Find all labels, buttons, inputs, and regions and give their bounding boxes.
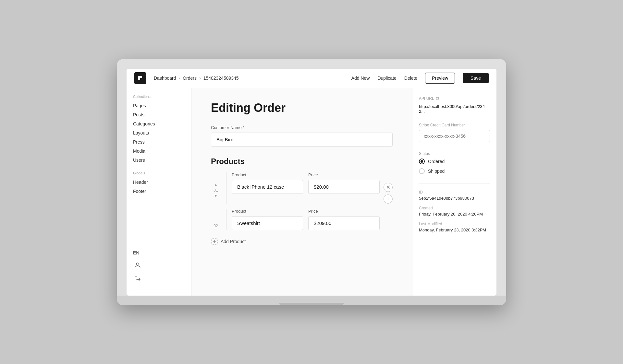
- sidebar-item-categories[interactable]: Categories: [127, 119, 191, 128]
- row-2-num: 02: [214, 219, 218, 228]
- sidebar-item-posts[interactable]: Posts: [127, 110, 191, 119]
- sidebar-item-press[interactable]: Press: [127, 137, 191, 147]
- created-value: Friday, February 20, 2020 4:20PM: [419, 212, 490, 217]
- ordered-label: Ordered: [428, 159, 445, 164]
- panel-divider-1: [419, 183, 490, 183]
- row-1-remove-btn[interactable]: ✕: [384, 183, 393, 192]
- row-2-product-label: Product: [232, 209, 303, 214]
- svg-point-0: [136, 263, 139, 265]
- content-area: Editing Order Customer Name * Products ▲…: [191, 88, 412, 296]
- customer-name-input[interactable]: [211, 133, 393, 147]
- app-container: Dashboard › Orders › 15402324509345 Add …: [127, 69, 496, 296]
- customer-name-label: Customer Name *: [211, 125, 393, 130]
- top-bar: Dashboard › Orders › 15402324509345 Add …: [127, 69, 496, 88]
- logo: [134, 72, 146, 84]
- sidebar-bottom: EN: [127, 245, 191, 289]
- breadcrumb: Dashboard › Orders › 15402324509345: [154, 76, 351, 81]
- row-1-num: 01: [214, 188, 218, 193]
- api-url-label: API URL ⧉: [419, 96, 490, 101]
- breadcrumb-sep-2: ›: [199, 76, 201, 81]
- laptop-screen: Dashboard › Orders › 15402324509345 Add …: [127, 69, 496, 296]
- collections-label: Collections: [127, 95, 191, 101]
- status-shipped[interactable]: Shipped: [419, 168, 490, 174]
- breadcrumb-id: 15402324509345: [203, 76, 239, 81]
- breadcrumb-sep-1: ›: [179, 76, 180, 81]
- row-2-divider: [226, 209, 226, 230]
- duplicate-button[interactable]: Duplicate: [377, 76, 396, 81]
- add-product-icon: +: [211, 238, 218, 245]
- row-1-price-label: Price: [308, 172, 380, 177]
- status-ordered[interactable]: Ordered: [419, 159, 490, 164]
- row-2-product-input[interactable]: [232, 216, 303, 230]
- radio-ordered: [419, 159, 425, 164]
- add-product-button[interactable]: + Add Product: [211, 235, 246, 248]
- products-title: Products: [211, 157, 393, 166]
- language-label[interactable]: EN: [133, 250, 185, 255]
- row-1-controls: ▲ 01 ▼: [211, 172, 221, 198]
- row-1-up-arrow[interactable]: ▲: [214, 183, 218, 187]
- row-1-down-arrow[interactable]: ▼: [214, 194, 218, 198]
- row-1-actions: ✕ +: [384, 172, 393, 204]
- api-url-section: API URL ⧉ http://localhost:3000/api/orde…: [419, 96, 490, 114]
- stripe-input[interactable]: [419, 130, 490, 142]
- radio-shipped: [419, 168, 425, 174]
- save-button[interactable]: Save: [463, 73, 489, 83]
- products-section: Products ▲ 01 ▼ Product: [211, 157, 393, 248]
- last-modified-label: Last Modified: [419, 222, 490, 226]
- row-2-price-label: Price: [308, 209, 380, 214]
- laptop-wrapper: Dashboard › Orders › 15402324509345 Add …: [117, 59, 506, 305]
- row-1-fields: Product Price: [232, 172, 380, 194]
- page-title: Editing Order: [211, 101, 393, 115]
- add-product-label: Add Product: [221, 239, 246, 244]
- top-actions: Add New Duplicate Delete Preview Save: [351, 73, 489, 84]
- row-1-price-input[interactable]: [308, 180, 380, 194]
- last-modified-value: Monday, February 23, 2020 3:32PM: [419, 228, 490, 232]
- last-modified-section: Last Modified Monday, February 23, 2020 …: [419, 222, 490, 232]
- globals-label: Globals: [127, 171, 191, 178]
- main-layout: Collections Pages Posts Categories Layou…: [127, 88, 496, 296]
- row-2-price-col: Price: [308, 209, 380, 230]
- status-label: Status: [419, 151, 490, 156]
- created-label: Created: [419, 206, 490, 210]
- row-2-product-col: Product: [232, 209, 303, 230]
- product-row-2: 02 Product Price: [211, 209, 393, 230]
- right-panel: API URL ⧉ http://localhost:3000/api/orde…: [412, 88, 496, 296]
- add-new-button[interactable]: Add New: [351, 76, 370, 81]
- logout-icon[interactable]: [133, 275, 142, 284]
- row-1-divider: [226, 172, 226, 204]
- preview-button[interactable]: Preview: [425, 73, 455, 84]
- row-2-price-input[interactable]: [308, 216, 380, 230]
- api-url-value: http://localhost:3000/api/orders/2342...: [419, 104, 490, 114]
- product-row-1: ▲ 01 ▼ Product Pr: [211, 172, 393, 204]
- created-section: Created Friday, February 20, 2020 4:20PM: [419, 206, 490, 217]
- delete-button[interactable]: Delete: [404, 76, 417, 81]
- row-1-product-col: Product: [232, 172, 303, 194]
- copy-icon[interactable]: ⧉: [436, 96, 439, 101]
- sidebar-item-media[interactable]: Media: [127, 147, 191, 156]
- id-label: ID: [419, 190, 490, 194]
- row-1-price-col: Price: [308, 172, 380, 194]
- row-1-add-btn[interactable]: +: [384, 194, 393, 204]
- row-2-fields: Product Price: [232, 209, 380, 230]
- id-value: 5eb2f5a41de0db773b980073: [419, 196, 490, 201]
- sidebar: Collections Pages Posts Categories Layou…: [127, 88, 191, 296]
- sidebar-item-pages[interactable]: Pages: [127, 101, 191, 110]
- breadcrumb-orders[interactable]: Orders: [183, 76, 197, 81]
- row-1-product-input[interactable]: [232, 180, 303, 194]
- sidebar-item-layouts[interactable]: Layouts: [127, 128, 191, 137]
- laptop-bottom: [117, 296, 506, 305]
- sidebar-item-header[interactable]: Header: [127, 178, 191, 187]
- shipped-label: Shipped: [428, 169, 445, 174]
- status-section: Status Ordered Shipped: [419, 151, 490, 174]
- breadcrumb-dashboard[interactable]: Dashboard: [154, 76, 176, 81]
- row-1-product-label: Product: [232, 172, 303, 177]
- stripe-section: Stripe Credit Card Number: [419, 123, 490, 142]
- sidebar-item-users[interactable]: Users: [127, 156, 191, 165]
- row-2-controls: 02: [211, 209, 221, 228]
- customer-name-group: Customer Name *: [211, 125, 393, 147]
- user-icon[interactable]: [133, 261, 142, 270]
- id-section: ID 5eb2f5a41de0db773b980073: [419, 190, 490, 201]
- stripe-label: Stripe Credit Card Number: [419, 123, 490, 127]
- sidebar-item-footer[interactable]: Footer: [127, 187, 191, 196]
